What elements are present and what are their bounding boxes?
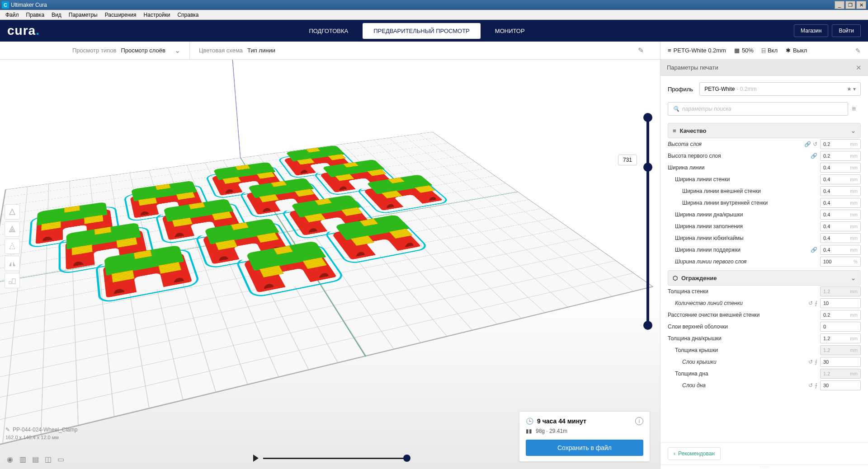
recommended-button[interactable]: ‹ Рекомендован — [668, 447, 721, 460]
section-shell[interactable]: ⬡ Ограждение ⌄ — [668, 270, 861, 286]
play-button[interactable] — [253, 455, 259, 462]
setting-value-input[interactable]: 0.4mm — [820, 198, 861, 208]
reset-icon[interactable]: ↺ — [808, 359, 813, 365]
setting-value-input[interactable]: 0.2mm — [820, 139, 861, 149]
menu-help[interactable]: Справка — [174, 12, 202, 18]
setting-label: Ширина линии внутренней стенки — [668, 200, 820, 206]
simulation-timeline[interactable] — [253, 455, 407, 462]
print-time: 9 часа 44 минут — [537, 417, 586, 425]
login-button[interactable]: Войти — [832, 24, 861, 37]
setting-initial_layer_height: Высота первого слоя🔗0.2mm — [668, 150, 861, 162]
menu-settings[interactable]: Параметры — [65, 12, 101, 18]
file-name: PP-044-024-Wheel_Clamp — [13, 427, 77, 433]
link-icon[interactable]: 🔗 — [811, 247, 817, 253]
tab-preview[interactable]: ПРЕДВАРИТЕЛЬНЫЙ ПРОСМОТР — [363, 23, 481, 39]
setting-label: Слои дна — [668, 382, 808, 389]
link-icon[interactable]: 🔗 — [811, 153, 817, 159]
panel-title: Параметры печати — [667, 64, 718, 71]
tool-support[interactable] — [5, 273, 20, 288]
view-mode-icons: ◉ ▥ ▤ ◫ ▭ — [5, 455, 65, 464]
tool-mirror[interactable] — [5, 256, 20, 271]
reset-icon[interactable]: ↺ — [808, 300, 813, 306]
fx-icon[interactable]: ⨍ — [815, 382, 817, 389]
view-left-icon[interactable]: ◫ — [43, 455, 52, 464]
menu-file[interactable]: Файл — [2, 12, 23, 18]
setting-value-input[interactable]: 30 — [820, 357, 861, 367]
colorscheme-value[interactable]: Тип линии — [247, 47, 275, 54]
layer-slider-top-handle[interactable] — [643, 113, 652, 122]
marketplace-button[interactable]: Магазин — [794, 24, 828, 37]
setting-value-input[interactable]: 0.2mm — [820, 151, 861, 161]
setting-value-input[interactable]: 0.4mm — [820, 210, 861, 220]
tool-rotate[interactable] — [5, 239, 20, 254]
setting-layer_height: Высота слоя🔗↺0.2mm — [668, 138, 861, 150]
setting-value-input[interactable]: 0.2mm — [820, 310, 861, 320]
tool-scale[interactable] — [5, 221, 20, 237]
panel-resize-handle[interactable]: ⋯⋯ — [660, 464, 868, 469]
setting-value-input[interactable]: 0.4mm — [820, 186, 861, 196]
window-maximize-button[interactable]: ❐ — [845, 1, 855, 9]
fx-icon[interactable]: ⨍ — [815, 359, 817, 365]
setting-value-input[interactable]: 10 — [820, 298, 861, 308]
setting-label: Ширина линии заполнения — [668, 223, 820, 230]
setting-value-input[interactable]: 0.4mm — [820, 221, 861, 231]
print-settings-summary[interactable]: ≡PETG-White 0.2mm ▦50% ⌸Вкл ✱Выкл ✎ — [660, 42, 868, 59]
menu-extensions[interactable]: Расширения — [101, 12, 140, 18]
profile-select[interactable]: PETG-White - 0.2mm ★ ▾ — [699, 82, 861, 96]
hamburger-icon[interactable]: ≡ — [852, 105, 861, 113]
tool-move[interactable] — [5, 204, 20, 220]
setting-value-input[interactable]: 1.2mm — [820, 333, 861, 343]
search-icon: 🔍 — [673, 106, 679, 112]
setting-value-input[interactable]: 0.4mm — [820, 163, 861, 173]
timeline-handle[interactable] — [403, 455, 410, 462]
window-minimize-button[interactable]: _ — [835, 1, 844, 9]
menu-view[interactable]: Вид — [48, 12, 65, 18]
setting-label: Ширина линии — [668, 164, 820, 171]
viewtype-selector[interactable]: Просмотр типов Просмотр слоёв ⌄ — [63, 42, 190, 59]
fx-icon[interactable]: ⨍ — [815, 300, 817, 306]
tab-monitor[interactable]: МОНИТОР — [484, 23, 536, 39]
settings-search-input[interactable]: 🔍 параметры поиска — [668, 102, 848, 116]
app-icon: C — [2, 1, 9, 9]
layer-slider-mid-handle[interactable] — [643, 163, 652, 172]
setting-wall_line_width: Ширина линии стенки0.4mm — [668, 174, 861, 185]
panel-close-icon[interactable]: ✕ — [856, 64, 862, 72]
reset-icon[interactable]: ↺ — [813, 141, 817, 147]
support-icon: ⌸ — [762, 47, 765, 54]
setting-value-input[interactable]: 30 — [820, 380, 861, 390]
setting-inner_wall_line_width: Ширина линии внутренней стенки0.4mm — [668, 197, 861, 209]
layer-slider-bottom-handle[interactable] — [643, 321, 652, 330]
section-quality[interactable]: ≡ Качество ⌄ — [668, 123, 861, 138]
edit-icon[interactable]: ✎ — [855, 47, 861, 54]
setting-value-input[interactable]: 0 — [820, 322, 861, 332]
setting-outer_wall_line_width: Ширина линии внешней стенки0.4mm — [668, 185, 861, 197]
timeline-track[interactable] — [263, 458, 407, 459]
setting-value-input[interactable]: 0.4mm — [820, 245, 861, 255]
view-front-icon[interactable]: ▥ — [18, 455, 27, 464]
link-icon[interactable]: 🔗 — [804, 141, 811, 147]
3d-viewport[interactable]: ✎PP-044-024-Wheel_Clamp 162.0 x 140.4 x … — [0, 60, 660, 469]
info-icon[interactable]: i — [635, 417, 643, 425]
reset-icon[interactable]: ↺ — [808, 382, 813, 389]
setting-value-input[interactable]: 100% — [820, 257, 861, 267]
settings-list[interactable]: ≡ Качество ⌄ Высота слоя🔗↺0.2mmВысота пе… — [660, 120, 868, 442]
setting-initial_layer_line_width: Ширина линии первого слоя100% — [668, 256, 861, 267]
view-3d-icon[interactable]: ◉ — [5, 455, 14, 464]
colorscheme-edit-icon[interactable]: ✎ — [631, 46, 651, 55]
view-top-icon[interactable]: ▤ — [31, 455, 40, 464]
menu-edit[interactable]: Правка — [23, 12, 48, 18]
tab-prepare[interactable]: ПОДГОТОВКА — [298, 23, 359, 39]
setting-value-input[interactable]: 0.4mm — [820, 233, 861, 243]
setting-value-input: 1.2mm — [820, 286, 861, 296]
svg-rect-0 — [9, 281, 11, 284]
setting-wall_line_count: Количество линий стенки↺⨍10 — [668, 297, 861, 309]
setting-value-input[interactable]: 0.4mm — [820, 174, 861, 184]
clock-icon: 🕒 — [526, 417, 533, 425]
view-right-icon[interactable]: ▭ — [56, 455, 65, 464]
chevron-down-icon: ⌄ — [851, 127, 856, 134]
save-to-file-button[interactable]: Сохранить в файл — [526, 440, 643, 456]
chevron-down-icon: ⌄ — [175, 46, 180, 55]
layer-slider[interactable]: 731 — [641, 109, 655, 333]
window-close-button[interactable]: ✕ — [856, 1, 866, 9]
menu-preferences[interactable]: Настройки — [140, 12, 174, 18]
